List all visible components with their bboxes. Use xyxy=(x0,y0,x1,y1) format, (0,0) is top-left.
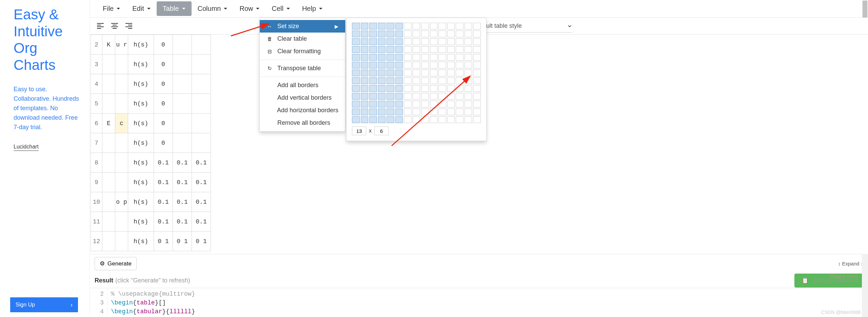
grid-cell[interactable] xyxy=(473,70,481,76)
table-row[interactable]: 6Ech(s)0 xyxy=(91,114,211,133)
table-cell[interactable]: 0.1 xyxy=(173,153,192,173)
grid-cell[interactable] xyxy=(430,62,438,68)
grid-cell[interactable] xyxy=(395,46,403,53)
grid-cell[interactable] xyxy=(378,85,386,92)
grid-cell[interactable] xyxy=(378,116,386,123)
grid-cell[interactable] xyxy=(465,108,472,115)
table-cell[interactable]: h(s) xyxy=(128,212,154,232)
grid-cell[interactable] xyxy=(430,38,438,45)
grid-cell[interactable] xyxy=(352,38,360,45)
grid-cell[interactable] xyxy=(387,31,394,37)
table-cell[interactable]: K xyxy=(102,35,115,55)
grid-cell[interactable] xyxy=(395,38,403,45)
grid-cell[interactable] xyxy=(404,31,412,37)
grid-cell[interactable] xyxy=(352,93,360,100)
grid-cell[interactable] xyxy=(361,85,369,92)
grid-cell[interactable] xyxy=(369,23,377,29)
grid-cell[interactable] xyxy=(369,108,377,115)
grid-cell[interactable] xyxy=(438,23,446,29)
table-row[interactable]: 8h(s)0.10.10.1 xyxy=(91,153,211,173)
table-cell[interactable]: 0.1 xyxy=(154,212,173,232)
size-grid[interactable] xyxy=(352,23,481,123)
table-cell[interactable] xyxy=(192,35,211,55)
table-cell[interactable] xyxy=(173,55,192,74)
table-row[interactable]: 12h(s)0 10 10 1 xyxy=(91,232,211,251)
grid-cell[interactable] xyxy=(369,101,377,107)
grid-cell[interactable] xyxy=(447,62,455,68)
grid-cell[interactable] xyxy=(473,31,481,37)
align-center-button[interactable] xyxy=(108,20,121,33)
grid-cell[interactable] xyxy=(430,108,438,115)
grid-cell[interactable] xyxy=(438,77,446,84)
table-cell[interactable] xyxy=(102,74,115,94)
grid-cell[interactable] xyxy=(378,70,386,76)
grid-cell[interactable] xyxy=(395,93,403,100)
table-row[interactable]: 11h(s)0.10.10.1 xyxy=(91,212,211,232)
grid-cell[interactable] xyxy=(404,101,412,107)
grid-cell[interactable] xyxy=(387,101,394,107)
grid-cell[interactable] xyxy=(378,62,386,68)
grid-cell[interactable] xyxy=(395,62,403,68)
grid-cell[interactable] xyxy=(352,70,360,76)
menu-item-clear-formatting[interactable]: ⊟Clear formatting xyxy=(260,45,345,58)
grid-cell[interactable] xyxy=(438,101,446,107)
grid-cell[interactable] xyxy=(438,46,446,53)
grid-cell[interactable] xyxy=(387,62,394,68)
grid-cell[interactable] xyxy=(430,93,438,100)
table-cell[interactable] xyxy=(173,94,192,114)
grid-cell[interactable] xyxy=(438,70,446,76)
table-cell[interactable]: h(s) xyxy=(128,35,154,55)
grid-cell[interactable] xyxy=(421,101,429,107)
table-cell[interactable]: h(s) xyxy=(128,153,154,173)
grid-cell[interactable] xyxy=(404,85,412,92)
grid-cell[interactable] xyxy=(395,23,403,29)
grid-cell[interactable] xyxy=(465,116,472,123)
table-cell[interactable]: 0.1 xyxy=(173,192,192,212)
grid-cell[interactable] xyxy=(447,23,455,29)
grid-cell[interactable] xyxy=(430,85,438,92)
grid-cell[interactable] xyxy=(421,70,429,76)
grid-cell[interactable] xyxy=(465,31,472,37)
grid-cell[interactable] xyxy=(413,93,420,100)
grid-cell[interactable] xyxy=(361,116,369,123)
grid-cell[interactable] xyxy=(456,38,463,45)
grid-cell[interactable] xyxy=(421,108,429,115)
grid-cell[interactable] xyxy=(447,46,455,53)
grid-cell[interactable] xyxy=(473,93,481,100)
grid-cell[interactable] xyxy=(447,101,455,107)
table-cell[interactable]: h(s) xyxy=(128,133,154,153)
grid-cell[interactable] xyxy=(447,31,455,37)
grid-cell[interactable] xyxy=(361,38,369,45)
grid-cell[interactable] xyxy=(430,101,438,107)
table-cell[interactable] xyxy=(102,94,115,114)
grid-cell[interactable] xyxy=(473,85,481,92)
menu-item-add-horizontal-borders[interactable]: Add horizontal borders xyxy=(260,104,345,117)
grid-cell[interactable] xyxy=(361,46,369,53)
grid-cell[interactable] xyxy=(438,116,446,123)
table-cell[interactable] xyxy=(192,94,211,114)
grid-cell[interactable] xyxy=(404,46,412,53)
grid-cell[interactable] xyxy=(361,101,369,107)
table-cell[interactable] xyxy=(173,133,192,153)
grid-cell[interactable] xyxy=(430,31,438,37)
table-cell[interactable]: h(s) xyxy=(128,114,154,133)
grid-cell[interactable] xyxy=(378,23,386,29)
table-cell[interactable]: E xyxy=(102,114,115,133)
menu-column[interactable]: Column xyxy=(192,1,234,16)
grid-cell[interactable] xyxy=(404,77,412,84)
cols-input[interactable] xyxy=(374,126,389,135)
grid-cell[interactable] xyxy=(387,54,394,61)
table-cell[interactable]: 0.1 xyxy=(154,173,173,192)
table-row[interactable]: 10o ph(s)0.10.10.1 xyxy=(91,192,211,212)
grid-cell[interactable] xyxy=(456,31,463,37)
table-cell[interactable]: h(s) xyxy=(128,55,154,74)
grid-cell[interactable] xyxy=(413,31,420,37)
grid-cell[interactable] xyxy=(447,70,455,76)
table-row[interactable]: 2Ku rh(s)0 xyxy=(91,35,211,55)
table-row[interactable]: 9h(s)0.10.10.1 xyxy=(91,173,211,192)
table-row[interactable]: 4h(s)0 xyxy=(91,74,211,94)
table-cell[interactable]: 0.1 xyxy=(192,212,211,232)
grid-cell[interactable] xyxy=(378,93,386,100)
grid-cell[interactable] xyxy=(447,54,455,61)
grid-cell[interactable] xyxy=(369,93,377,100)
